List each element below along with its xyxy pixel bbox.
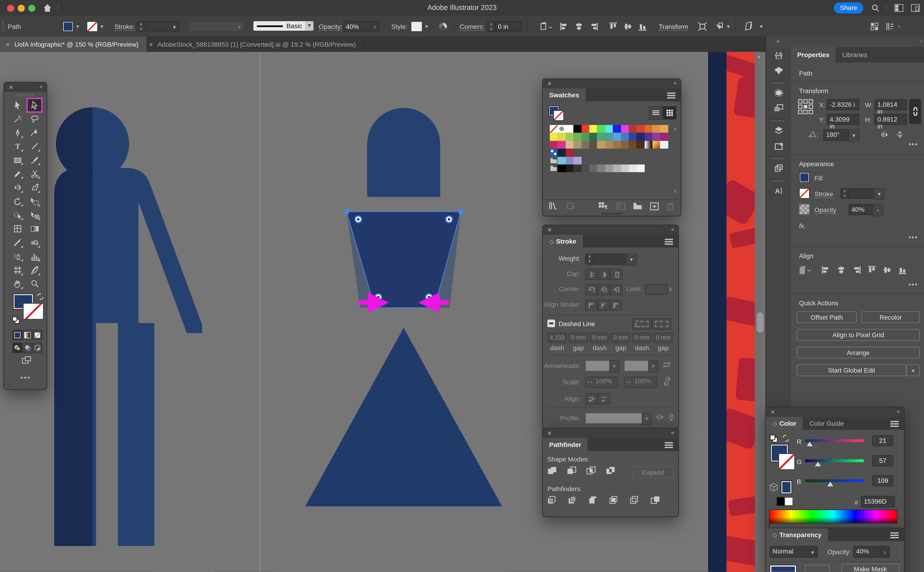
flip-vertical-icon[interactable] [896, 131, 904, 139]
default-fill-stroke-icon[interactable] [12, 317, 20, 324]
minus-front-icon[interactable] [567, 466, 576, 476]
appearance-opacity-label[interactable]: Opacity [814, 207, 836, 214]
style-dropdown-icon[interactable]: ▼ [424, 24, 429, 30]
gamut-preview-swatch[interactable] [781, 480, 792, 494]
panel-menu-icon[interactable] [890, 533, 899, 534]
offset-path-button[interactable]: Offset Path [797, 311, 857, 323]
corners-label[interactable]: Corners: [460, 23, 485, 31]
swatch[interactable] [581, 165, 589, 173]
select-similar-icon[interactable] [714, 22, 724, 31]
swatch[interactable] [605, 165, 613, 173]
stylize-ellipse-panel-icon[interactable] [766, 85, 791, 100]
swatch[interactable] [621, 141, 629, 149]
swatch[interactable] [597, 125, 605, 133]
draw-normal-button[interactable] [12, 342, 22, 353]
rotate-tool[interactable] [11, 195, 24, 208]
document-tab-active[interactable]: ×UofA Infographic* @ 150 % (RGB/Preview) [0, 37, 147, 52]
intersect-icon[interactable] [586, 466, 596, 476]
document-info-panel-icon[interactable] [766, 160, 791, 176]
workspace-layout-icon[interactable] [895, 4, 903, 12]
curvature-tool[interactable] [28, 126, 41, 139]
object-thumbnail[interactable] [770, 565, 797, 572]
screen-mode-icon[interactable] [22, 356, 31, 364]
color-mode-button[interactable] [12, 330, 22, 340]
artboards-panel-icon[interactable] [766, 100, 791, 115]
swatch-libraries-icon[interactable] [549, 202, 558, 210]
slider-thumb-icon[interactable] [807, 441, 813, 446]
merge-icon[interactable] [589, 496, 598, 505]
swatch[interactable] [652, 125, 660, 133]
swatch[interactable] [660, 141, 668, 149]
asset-export-panel-icon[interactable] [766, 138, 791, 153]
new-swatch-icon[interactable] [650, 202, 659, 210]
swatch[interactable] [558, 149, 566, 157]
reflect-tool[interactable] [11, 182, 24, 194]
swatch[interactable] [660, 125, 668, 133]
align-h-left-icon[interactable] [560, 22, 569, 33]
blend-mode-select[interactable]: Normal▼ [770, 546, 818, 558]
minus-back-icon[interactable] [651, 496, 660, 505]
free-transform-tool[interactable] [28, 195, 41, 208]
draw-behind-button[interactable] [22, 342, 33, 353]
selected-torso-path[interactable] [341, 207, 468, 316]
swatch[interactable] [589, 133, 597, 141]
tab-color-guide[interactable]: Color Guide [803, 417, 851, 430]
symbols-clover-panel-icon[interactable] [766, 62, 791, 78]
align-h-right-icon[interactable] [852, 265, 861, 276]
swatch[interactable] [605, 125, 613, 133]
rotation-dropdown-icon[interactable]: ▼ [848, 129, 859, 142]
swatch[interactable] [566, 165, 574, 173]
controlbar-grip[interactable] [2, 20, 4, 33]
swatch[interactable] [652, 133, 660, 141]
swap-fill-stroke-icon[interactable] [37, 293, 44, 300]
red-textured-stripe[interactable] [727, 52, 755, 572]
crop-icon[interactable] [609, 496, 619, 505]
swatch-group-folder-icon[interactable] [550, 165, 558, 173]
shear-tool[interactable] [28, 182, 41, 194]
arrange-documents-icon[interactable] [885, 22, 895, 31]
transform-more-options-icon[interactable]: ••• [909, 140, 918, 148]
align-to-icon[interactable] [798, 265, 813, 275]
brush-definition-field[interactable]: Basic [253, 21, 305, 31]
appearance-stroke-label[interactable]: Stroke [814, 190, 833, 198]
swatch[interactable] [597, 133, 605, 141]
channel-value-field[interactable]: 57 [872, 455, 893, 466]
swatch[interactable] [581, 125, 589, 133]
close-tab-icon[interactable]: × [6, 41, 10, 48]
swatch[interactable] [589, 141, 597, 149]
swatch[interactable] [550, 149, 558, 157]
y-field[interactable]: 4.3099 in [827, 114, 859, 125]
align-v-center-icon[interactable] [623, 22, 632, 33]
align-h-left-icon[interactable] [822, 265, 830, 276]
swatch[interactable] [605, 141, 613, 149]
swatch[interactable] [629, 133, 637, 141]
tab-libraries[interactable]: Libraries [836, 47, 874, 62]
align-v-top-icon[interactable] [867, 265, 876, 276]
appearance-fill-swatch[interactable] [799, 172, 810, 183]
stroke-color-swatch[interactable] [87, 21, 98, 32]
align-to-selection-icon[interactable] [539, 22, 553, 31]
w-field[interactable]: 1.0814 in [874, 99, 907, 110]
shared-edit-icon[interactable] [698, 22, 707, 31]
close-panel-icon[interactable]: × [9, 83, 13, 92]
channel-value-field[interactable]: 21 [872, 435, 893, 446]
device-window-icon[interactable] [911, 4, 920, 12]
align-h-center-icon[interactable] [575, 22, 583, 33]
swatch[interactable] [566, 125, 574, 133]
symbol-sprayer-tool[interactable] [11, 250, 24, 263]
appearance-more-options-icon[interactable]: ••• [909, 233, 918, 241]
swatch[interactable] [566, 149, 574, 157]
hand-tool[interactable] [11, 278, 24, 290]
slider-thumb-icon[interactable] [827, 482, 833, 486]
swatch[interactable] [566, 133, 574, 141]
weight-dropdown-icon[interactable]: ▼ [626, 253, 637, 266]
type-tool[interactable]: T [11, 140, 24, 153]
swatch[interactable] [550, 133, 558, 141]
knife-tool[interactable] [28, 264, 41, 277]
rectangle-tool[interactable] [11, 154, 24, 166]
swatch[interactable] [637, 125, 645, 133]
gradient-mode-button[interactable] [22, 330, 33, 340]
align-h-center-icon[interactable] [837, 265, 845, 276]
panel-menu-icon[interactable] [665, 442, 673, 443]
tab-transparency[interactable]: ◇Transparency [766, 528, 828, 541]
